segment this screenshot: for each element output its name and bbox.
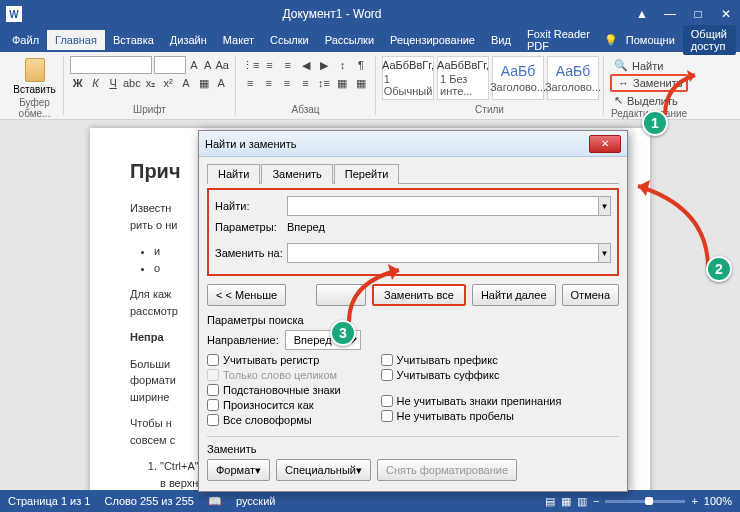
multilevel-icon[interactable]: ≡: [280, 56, 296, 74]
zoom-out-icon[interactable]: −: [593, 495, 599, 507]
cancel-button[interactable]: Отмена: [562, 284, 619, 306]
noformat-button[interactable]: Снять форматирование: [377, 459, 517, 481]
view-read-icon[interactable]: ▤: [545, 495, 555, 508]
clipboard-icon: [25, 58, 45, 82]
close-icon[interactable]: ✕: [718, 6, 734, 22]
window-title: Документ1 - Word: [30, 7, 634, 21]
underline-icon[interactable]: Ч: [105, 74, 121, 92]
annotation-arrow-3: [344, 262, 414, 334]
tab-insert[interactable]: Вставка: [105, 30, 162, 50]
tab-layout[interactable]: Макет: [215, 30, 262, 50]
change-case-icon[interactable]: Aa: [216, 56, 229, 74]
show-marks-icon[interactable]: ¶: [353, 56, 369, 74]
chk-prefix[interactable]: Учитывать префикс: [381, 354, 562, 366]
paste-button[interactable]: Вставить: [12, 56, 57, 97]
dialog-tab-goto[interactable]: Перейти: [334, 164, 400, 184]
dialog-tab-replace[interactable]: Заменить: [261, 164, 332, 184]
zoom-level[interactable]: 100%: [704, 495, 732, 507]
status-language[interactable]: русский: [236, 495, 275, 507]
replace-dropdown-icon[interactable]: ▼: [599, 243, 611, 263]
tab-home[interactable]: Главная: [47, 30, 105, 50]
replace-icon: ↔: [618, 77, 629, 89]
annotation-1: 1: [642, 110, 668, 136]
annotation-arrow-1: [660, 70, 710, 122]
view-web-icon[interactable]: ▥: [577, 495, 587, 508]
annotation-3: 3: [330, 320, 356, 346]
numbering-icon[interactable]: ≡: [261, 56, 277, 74]
zoom-slider[interactable]: [605, 500, 685, 503]
borders-icon[interactable]: ▦: [353, 74, 369, 92]
help-text[interactable]: Помощни: [626, 34, 675, 46]
cursor-icon: ↖: [614, 94, 623, 107]
chk-suffix[interactable]: Учитывать суффикс: [381, 369, 562, 381]
share-button[interactable]: Общий доступ: [683, 25, 736, 55]
style-heading2[interactable]: АаБбЗаголово...: [547, 56, 599, 100]
style-nospacing[interactable]: АаБбВвГг,1 Без инте...: [437, 56, 489, 100]
find-input[interactable]: [287, 196, 599, 216]
chk-spaces[interactable]: Не учитывать пробелы: [381, 410, 562, 422]
italic-icon[interactable]: К: [88, 74, 104, 92]
font-size-select[interactable]: [154, 56, 186, 74]
bold-icon[interactable]: Ж: [70, 74, 86, 92]
bullets-icon[interactable]: ⋮≡: [242, 56, 259, 74]
chk-wildcards[interactable]: Подстановочные знаки: [207, 384, 341, 396]
strike-icon[interactable]: abc: [123, 74, 141, 92]
style-heading1[interactable]: АаБбЗаголово...: [492, 56, 544, 100]
tab-review[interactable]: Рецензирование: [382, 30, 483, 50]
dialog-close-button[interactable]: ✕: [589, 135, 621, 153]
annotation-arrow-2: [628, 178, 718, 280]
increase-indent-icon[interactable]: ▶: [316, 56, 332, 74]
word-app-icon: W: [6, 6, 22, 22]
decrease-indent-icon[interactable]: ◀: [298, 56, 314, 74]
tab-design[interactable]: Дизайн: [162, 30, 215, 50]
dialog-title: Найти и заменить: [205, 138, 589, 150]
chk-whole[interactable]: Только слово целиком: [207, 369, 341, 381]
sort-icon[interactable]: ↕: [334, 56, 350, 74]
tab-references[interactable]: Ссылки: [262, 30, 317, 50]
chk-forms[interactable]: Все словоформы: [207, 414, 341, 426]
font-color-icon[interactable]: A: [213, 74, 229, 92]
status-page[interactable]: Страница 1 из 1: [8, 495, 90, 507]
maximize-icon[interactable]: □: [690, 6, 706, 22]
zoom-in-icon[interactable]: +: [691, 495, 697, 507]
group-paragraph: Абзац: [242, 104, 369, 115]
replace-input[interactable]: [287, 243, 599, 263]
tab-mailings[interactable]: Рассылки: [317, 30, 382, 50]
align-left-icon[interactable]: ≡: [242, 74, 258, 92]
find-label: Найти:: [215, 200, 287, 212]
tab-foxit[interactable]: Foxit Reader PDF: [519, 24, 604, 56]
chk-case[interactable]: Учитывать регистр: [207, 354, 341, 366]
ribbon-collapse-icon[interactable]: ▲: [634, 6, 650, 22]
superscript-icon[interactable]: x²: [160, 74, 176, 92]
tab-view[interactable]: Вид: [483, 30, 519, 50]
grow-font-icon[interactable]: A: [188, 56, 200, 74]
status-proofing-icon[interactable]: 📖: [208, 495, 222, 508]
chk-punct[interactable]: Не учитывать знаки препинания: [381, 395, 562, 407]
align-center-icon[interactable]: ≡: [260, 74, 276, 92]
style-normal[interactable]: АаБбВвГг,1 Обычный: [382, 56, 434, 100]
format-button[interactable]: Формат ▾: [207, 459, 270, 481]
shading-icon[interactable]: ▦: [334, 74, 350, 92]
group-styles: Стили: [382, 104, 597, 115]
font-family-select[interactable]: [70, 56, 152, 74]
help-icon[interactable]: 💡: [604, 34, 618, 47]
chk-sounds[interactable]: Произносится как: [207, 399, 341, 411]
find-next-button[interactable]: Найти далее: [472, 284, 556, 306]
line-spacing-icon[interactable]: ↕≡: [316, 74, 332, 92]
view-print-icon[interactable]: ▦: [561, 495, 571, 508]
text-effects-icon[interactable]: A: [178, 74, 194, 92]
replace-label: Заменить на:: [215, 247, 287, 259]
justify-icon[interactable]: ≡: [297, 74, 313, 92]
dialog-tab-find[interactable]: Найти: [207, 164, 260, 184]
less-button[interactable]: < < Меньше: [207, 284, 286, 306]
special-button[interactable]: Специальный ▾: [276, 459, 371, 481]
highlight-icon[interactable]: ▦: [196, 74, 212, 92]
minimize-icon[interactable]: —: [662, 6, 678, 22]
tab-file[interactable]: Файл: [4, 30, 47, 50]
find-dropdown-icon[interactable]: ▼: [599, 196, 611, 216]
status-words[interactable]: Слово 255 из 255: [104, 495, 194, 507]
shrink-font-icon[interactable]: A: [202, 56, 214, 74]
align-right-icon[interactable]: ≡: [279, 74, 295, 92]
subscript-icon[interactable]: x₂: [143, 74, 159, 92]
group-font: Шрифт: [70, 104, 229, 115]
